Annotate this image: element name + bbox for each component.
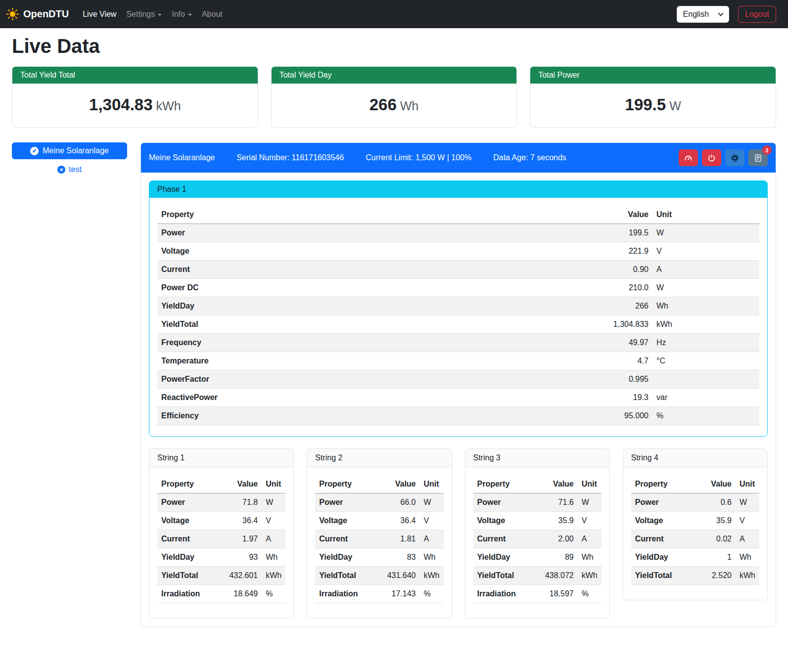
logout-button[interactable]: Logout (738, 6, 776, 23)
row-property: Frequency (157, 334, 578, 352)
row-property: Temperature (157, 352, 578, 370)
row-unit: var (652, 389, 759, 407)
card-value: 1,304.83 (89, 95, 152, 114)
nav-live-view-label: Live View (83, 10, 116, 19)
table-row: YieldDay 1 Wh (631, 548, 759, 567)
table-header-row: Property Value Unit (315, 475, 443, 493)
row-property: Power DC (157, 279, 578, 297)
sun-logo-icon (6, 7, 19, 21)
summary-cards-row: Total Yield Total 1,304.83kWh Total Yiel… (12, 66, 776, 128)
table-row: Power DC 210.0 W (157, 279, 759, 297)
row-unit: kWh (652, 315, 759, 334)
table-row: Current 1.97 A (157, 530, 285, 548)
limit-settings-button[interactable] (679, 149, 698, 166)
row-value: 0.6 (692, 493, 736, 512)
row-value: 431.640 (376, 567, 420, 585)
row-property: Power (631, 493, 692, 512)
table-row: YieldTotal 438.072 kWh (473, 567, 602, 585)
power-toggle-button[interactable] (702, 149, 721, 166)
row-unit: Wh (262, 548, 285, 567)
table-row: Irradiation 18.649 % (157, 585, 285, 603)
row-property: Power (157, 493, 218, 512)
nav-live-view[interactable]: Live View (78, 6, 121, 23)
row-unit: Wh (652, 297, 759, 315)
power-icon (707, 154, 716, 162)
inverter-data-age: Data Age: 7 seconds (493, 153, 566, 162)
nav-about-label: About (202, 10, 223, 19)
row-unit: A (652, 261, 759, 279)
event-count-badge: 2 (762, 145, 772, 155)
table-row: YieldTotal 431.640 kWh (315, 567, 443, 585)
row-property: Voltage (315, 512, 376, 530)
table-row: Voltage 36.4 V (157, 512, 285, 530)
row-value: 1.81 (376, 530, 420, 548)
row-value: 71.6 (534, 493, 578, 512)
row-unit: V (420, 512, 444, 530)
inverter-actions: 2 (679, 149, 768, 166)
row-unit: kWh (262, 567, 285, 585)
row-property: Current (157, 530, 218, 548)
row-property: Current (631, 530, 692, 548)
table-row: YieldDay 89 Wh (473, 548, 602, 567)
table-row: YieldTotal 2.520 kWh (631, 567, 759, 585)
row-property: Voltage (157, 512, 218, 530)
row-value: 95.000 (578, 407, 652, 425)
event-log-button[interactable]: 2 (748, 149, 768, 166)
string-4-table: Property Value Unit Power 0.6 W Voltage … (631, 475, 759, 585)
row-value: 0.90 (578, 261, 652, 279)
table-header-row: Property Value Unit (157, 475, 285, 493)
nav-about[interactable]: About (197, 6, 228, 23)
row-property: YieldDay (157, 548, 218, 567)
chevron-down-icon (158, 14, 162, 16)
col-unit: Unit (578, 475, 602, 493)
sidebar-item-test[interactable]: ✕ test (12, 165, 127, 174)
row-property: Voltage (631, 512, 692, 530)
row-value: 1.97 (218, 530, 262, 548)
table-row: Current 0.90 A (157, 261, 759, 279)
language-select[interactable]: English (677, 6, 729, 23)
table-row: PowerFactor 0.995 (157, 370, 759, 389)
table-row: Voltage 35.9 V (631, 512, 759, 530)
table-header-row: Property Value Unit (473, 475, 602, 493)
row-value: 1,304.833 (578, 315, 652, 334)
row-unit: Wh (420, 548, 444, 567)
table-row: Frequency 49.97 Hz (157, 334, 759, 352)
table-row: Current 1.81 A (315, 530, 443, 548)
row-property: Power (473, 493, 534, 512)
col-value: Value (218, 475, 262, 493)
row-value: 266 (578, 297, 652, 315)
row-unit: A (262, 530, 285, 548)
row-property: Irradiation (473, 585, 534, 603)
nav-info-label: Info (172, 10, 185, 19)
col-property: Property (315, 475, 376, 493)
row-property: Voltage (157, 242, 578, 261)
brand-link[interactable]: OpenDTU (6, 7, 69, 21)
string-4-card: String 4 Property Value Unit (623, 448, 768, 600)
row-value: 18.597 (534, 585, 578, 603)
col-value: Value (534, 475, 578, 493)
row-unit: Wh (736, 548, 759, 567)
row-value: 49.97 (578, 334, 652, 352)
table-header-row: Property Value Unit (157, 206, 759, 224)
phase-1-card: Phase 1 Property Value Unit Power (149, 180, 768, 437)
row-unit (652, 370, 759, 389)
col-value: Value (376, 475, 420, 493)
row-property: YieldTotal (157, 315, 578, 334)
row-unit: V (262, 512, 285, 530)
nav-settings[interactable]: Settings (121, 6, 167, 23)
row-value: 4.7 (578, 352, 652, 370)
table-row: Voltage 35.9 V (473, 512, 602, 530)
test-item-label: test (69, 165, 82, 174)
inverter-info-button[interactable] (725, 149, 744, 166)
row-unit: W (262, 493, 285, 512)
nav-info[interactable]: Info (167, 6, 197, 23)
inverter-select-button[interactable]: ✔ Meine Solaranlage (12, 142, 127, 159)
row-value: 18.649 (218, 585, 262, 603)
table-row: Power 66.0 W (315, 493, 443, 512)
row-unit: W (420, 493, 444, 512)
row-value: 71.8 (218, 493, 262, 512)
row-unit: % (578, 585, 602, 603)
row-value: 1 (692, 548, 736, 567)
table-row: YieldDay 93 Wh (157, 548, 285, 567)
inverter-select-label: Meine Solaranlage (43, 146, 108, 155)
